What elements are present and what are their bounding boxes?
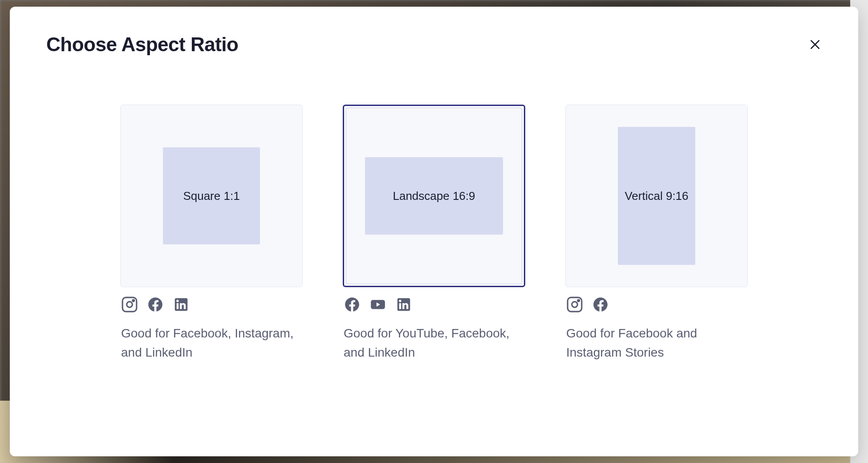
svg-point-3 (127, 302, 133, 308)
social-icons-landscape (343, 296, 525, 313)
svg-point-8 (578, 300, 580, 301)
instagram-icon (566, 296, 583, 313)
facebook-icon (147, 296, 164, 313)
instagram-icon (121, 296, 138, 313)
linkedin-icon (395, 296, 412, 313)
ratio-shape-vertical: Vertical 9:16 (618, 127, 695, 265)
close-button[interactable] (805, 34, 825, 55)
linkedin-icon (173, 296, 190, 313)
social-icons-square (120, 296, 303, 313)
social-icons-vertical (565, 296, 748, 313)
modal-title: Choose Aspect Ratio (46, 33, 238, 56)
svg-point-4 (133, 300, 134, 301)
ratio-shape-landscape: Landscape 16:9 (365, 157, 503, 235)
option-vertical: Vertical 9:16 Good for Facebook and Inst… (565, 105, 748, 362)
option-description-vertical: Good for Facebook and Instagram Stories (565, 324, 748, 362)
modal-header: Choose Aspect Ratio (46, 33, 822, 56)
aspect-ratio-modal: Choose Aspect Ratio Square 1:1 (10, 7, 858, 456)
option-description-square: Good for Facebook, Instagram, and Linked… (120, 324, 303, 362)
facebook-icon (344, 296, 361, 313)
option-card-square[interactable]: Square 1:1 (120, 105, 303, 287)
facebook-icon (592, 296, 609, 313)
option-card-vertical[interactable]: Vertical 9:16 (565, 105, 748, 287)
option-landscape: Landscape 16:9 (343, 105, 525, 362)
option-card-landscape[interactable]: Landscape 16:9 (343, 105, 525, 287)
option-description-landscape: Good for YouTube, Facebook, and LinkedIn (343, 324, 525, 362)
youtube-icon (369, 296, 386, 313)
option-square: Square 1:1 (120, 105, 303, 362)
svg-point-7 (572, 302, 578, 308)
selected-inner-border: Landscape 16:9 (346, 108, 522, 284)
options-container: Square 1:1 (46, 105, 822, 362)
ratio-shape-square: Square 1:1 (163, 147, 260, 244)
close-icon (808, 38, 822, 51)
